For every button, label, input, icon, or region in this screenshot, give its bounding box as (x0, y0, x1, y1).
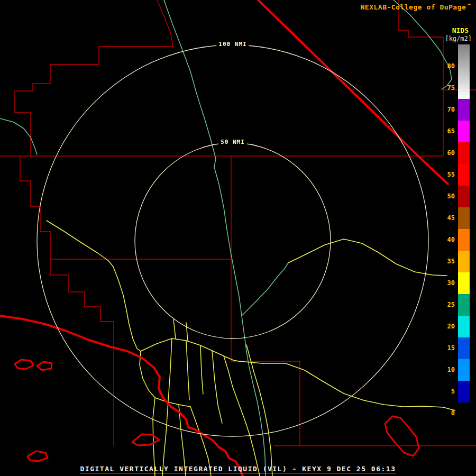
highway (246, 345, 272, 476)
colorbar-segment (458, 359, 470, 381)
river (242, 263, 288, 316)
colorbar-tick: 80 (439, 62, 455, 70)
colorbar-units: [kg/m2] (445, 35, 472, 42)
colorbar-segment (458, 337, 470, 359)
island-outline (385, 416, 419, 456)
highway (239, 361, 455, 410)
colorbar-tick: 15 (439, 344, 455, 352)
colorbar-tick: 70 (439, 105, 455, 114)
colorbar-segment (458, 164, 470, 186)
island-outline (132, 434, 159, 445)
colorbar-segment (458, 229, 470, 251)
service-mark: ℠ (467, 3, 472, 8)
colorbar-segment (458, 316, 470, 337)
colorbar-title: NIDS (452, 26, 469, 34)
colorbar-segment (458, 142, 470, 164)
colorbar-tick: 35 (439, 257, 455, 266)
island-outline (37, 362, 52, 370)
range-ring (135, 143, 331, 338)
highway (173, 319, 176, 338)
colorbar-tick: 30 (439, 279, 455, 287)
radar-display: NEXLAB-College of DuPage℠ NIDS [kg/m2] 1… (0, 0, 476, 476)
ring-label-100nmi: 100 NMI (216, 40, 249, 48)
colorbar-segment (458, 272, 470, 294)
brand-text: NEXLAB-College of DuPage (361, 3, 466, 11)
county-boundary (20, 156, 50, 259)
colorbar-segment (458, 121, 470, 142)
state-border (258, 0, 448, 184)
colorbar-tick: 40 (439, 235, 455, 244)
highway (288, 239, 447, 276)
radar-map (0, 0, 476, 476)
county-boundary (15, 0, 173, 156)
colorbar-tick: 10 (439, 365, 455, 374)
colorbar-tick: 0 (439, 409, 455, 417)
colorbar-tick: 5 (439, 387, 455, 396)
county-boundary (50, 259, 114, 446)
highway (155, 398, 190, 407)
colorbar-segment (458, 402, 470, 424)
island-outline (28, 451, 48, 461)
colorbar-tick: 65 (439, 127, 455, 135)
colorbar-tick: 50 (439, 192, 455, 200)
range-ring (37, 45, 428, 436)
colorbar-segment (458, 44, 470, 99)
colorbar-tick: 45 (439, 214, 455, 222)
river (0, 118, 37, 154)
colorbar-segment (458, 186, 470, 207)
colorbar-tick: 75 (439, 84, 455, 92)
colorbar-tick: 20 (439, 322, 455, 331)
highway (186, 323, 188, 341)
colorbar-tick: 55 (439, 170, 455, 179)
island-outline (15, 360, 33, 369)
highway (47, 221, 141, 351)
colorbar-tick: 60 (439, 149, 455, 157)
colorbar-segment (458, 207, 470, 229)
colorbar-segment (458, 381, 470, 402)
ring-label-50nmi: 50 NMI (218, 138, 247, 146)
colorbar-segment (458, 99, 470, 121)
colorbar-tick: 25 (439, 300, 455, 309)
highway (212, 351, 222, 423)
colorbar (458, 44, 470, 424)
brand: NEXLAB-College of DuPage℠ (361, 3, 472, 11)
highway (186, 341, 189, 400)
colorbar-segment (458, 251, 470, 272)
product-title: DIGITAL VERTICALLY INTEGRATED LIQUID (VI… (0, 465, 476, 473)
highway (200, 345, 203, 394)
colorbar-segment (458, 294, 470, 316)
